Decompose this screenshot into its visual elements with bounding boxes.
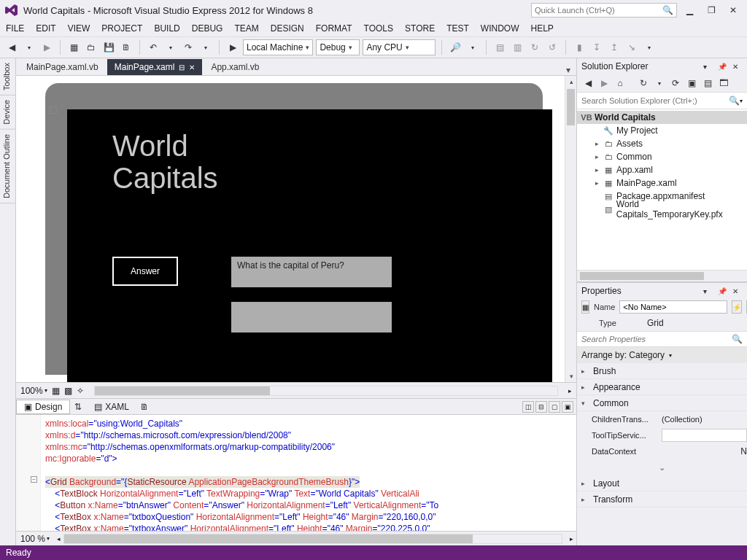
app-window-preview[interactable]: World Capitals Answer What is the capita… xyxy=(67,109,552,382)
solution-explorer-search[interactable]: 🔍▾ xyxy=(577,92,747,109)
expand-icon[interactable]: ▸ xyxy=(581,496,589,503)
play-icon[interactable]: ▶ xyxy=(225,39,240,55)
chevron-down-icon[interactable]: ▾ xyxy=(740,98,743,104)
expand-icon[interactable]: ▸ xyxy=(593,153,600,160)
zoom-combo[interactable]: 100%▾ xyxy=(20,386,47,396)
code-zoom-combo[interactable]: 100 % ▾ xyxy=(16,534,54,544)
props-search-input[interactable] xyxy=(581,335,732,343)
code-content[interactable]: xmlns:local="using:World_Capitals" xmlns… xyxy=(16,415,576,537)
properties-search[interactable]: 🔍 xyxy=(577,331,747,347)
pin-icon[interactable]: ⊟ xyxy=(179,63,185,71)
device-strip[interactable]: Device xyxy=(0,96,15,130)
find-icon[interactable]: 🔎 xyxy=(448,39,462,55)
close-button[interactable]: ✕ xyxy=(724,3,743,18)
undo-dd[interactable]: ▾ xyxy=(163,39,178,55)
menu-format[interactable]: FORMAT xyxy=(316,23,352,34)
designer-vscrollbar[interactable]: ▴ ▾ xyxy=(565,76,576,382)
scroll-down-icon[interactable]: ▾ xyxy=(565,370,577,382)
solution-tree[interactable]: VBWorld Capitals 🔧My Project ▸🗀Assets ▸🗀… xyxy=(577,109,747,270)
platform-combo[interactable]: Any CPU▾ xyxy=(363,39,436,55)
tabs-overflow-icon[interactable]: ▾ xyxy=(560,65,576,75)
arrange-by-row[interactable]: Arrange by: Category ▾ xyxy=(577,347,747,363)
design-tab[interactable]: ▣ Design xyxy=(16,400,70,414)
menu-design[interactable]: DESIGN xyxy=(271,23,304,34)
fwd-icon[interactable]: ▶ xyxy=(597,77,611,90)
menu-window[interactable]: WINDOW xyxy=(481,23,519,34)
split-horz-icon[interactable]: ⊟ xyxy=(535,401,547,413)
events-icon[interactable]: ⚡ xyxy=(732,300,742,314)
redo-dd[interactable]: ▾ xyxy=(198,39,213,55)
prop-input[interactable] xyxy=(662,429,747,442)
menu-view[interactable]: VIEW xyxy=(68,23,90,34)
tab-app-xaml-vb[interactable]: App.xaml.vb xyxy=(204,59,266,75)
quick-launch[interactable]: 🔍 xyxy=(531,3,677,18)
back-icon[interactable]: ◀ xyxy=(581,77,595,90)
menu-edit[interactable]: EDIT xyxy=(36,23,55,34)
tree-item-pfx[interactable]: ▧World Capitals_TemporaryKey.pfx xyxy=(577,203,747,216)
outdent-icon[interactable]: ↺ xyxy=(545,39,560,55)
menu-store[interactable]: STORE xyxy=(405,23,435,34)
xaml-tab[interactable]: ▤ XAML xyxy=(86,400,137,414)
show-all-icon[interactable]: ▣ xyxy=(685,77,698,90)
panel-menu-icon[interactable]: ▾ xyxy=(703,287,713,295)
nav-back-dd[interactable]: ▾ xyxy=(22,39,36,55)
stop-icon[interactable]: ↘ xyxy=(624,39,639,55)
undo-icon[interactable]: ↶ xyxy=(146,39,160,55)
question-textbox[interactable]: What is the capital of Peru? xyxy=(231,257,392,287)
tree-item-appxaml[interactable]: ▸▦App.xaml xyxy=(577,163,747,176)
expand-icon[interactable]: ▸ xyxy=(581,384,589,391)
nav-back-button[interactable]: ◀ xyxy=(4,39,19,55)
cat-brush[interactable]: ▸Brush xyxy=(577,363,747,379)
designer-hscrollbar[interactable] xyxy=(94,386,558,396)
grid-type-icon[interactable]: ▦ xyxy=(581,300,589,314)
scroll-thumb[interactable] xyxy=(95,386,270,395)
scroll-thumb[interactable] xyxy=(580,272,704,280)
expand-icon[interactable]: ▸ xyxy=(593,179,600,187)
menu-debug[interactable]: DEBUG xyxy=(192,23,223,34)
expand-icon[interactable]: ▸ xyxy=(581,480,589,487)
xaml-doc-icon[interactable]: 🗎 xyxy=(137,402,152,412)
minimize-button[interactable]: ▁ xyxy=(680,3,699,18)
panel-menu-icon[interactable]: ▾ xyxy=(703,63,713,71)
comment-icon[interactable]: ▤ xyxy=(492,39,507,55)
menu-build[interactable]: BUILD xyxy=(154,23,179,34)
redo-icon[interactable]: ↷ xyxy=(181,39,196,55)
tree-item-myproject[interactable]: 🔧My Project xyxy=(577,124,747,137)
expand-more-icon[interactable]: ⌄ xyxy=(577,459,747,475)
config-combo[interactable]: Debug▾ xyxy=(316,39,360,55)
nav-fwd-button[interactable]: ▶ xyxy=(39,39,54,55)
scroll-thumb[interactable] xyxy=(64,534,473,543)
overflow-icon[interactable]: ▾ xyxy=(642,39,657,55)
uncomment-icon[interactable]: ▥ xyxy=(510,39,525,55)
scroll-up-icon[interactable]: ▴ xyxy=(565,76,577,88)
fold-toggle-icon[interactable]: − xyxy=(31,476,37,483)
tree-item-common[interactable]: ▸🗀Common xyxy=(577,150,747,163)
design-canvas-viewport[interactable]: World Capitals Answer What is the capita… xyxy=(16,76,565,382)
cat-layout[interactable]: ▸Layout xyxy=(577,475,747,491)
scroll-right-icon[interactable]: ▸ xyxy=(567,535,576,542)
search-icon[interactable]: 🔍 xyxy=(729,96,740,106)
toolbox-strip[interactable]: Toolbox xyxy=(0,58,15,96)
document-outline-strip[interactable]: Document Outline xyxy=(0,130,15,203)
expand-icon[interactable]: ▸ xyxy=(593,140,600,147)
tab-mainpage-vb[interactable]: MainPage.xaml.vb xyxy=(19,59,106,75)
code-hscrollbar[interactable] xyxy=(63,534,562,544)
cat-appearance[interactable]: ▸Appearance xyxy=(577,379,747,395)
xaml-code-pane[interactable]: − xmlns:local="using:World_Capitals" xml… xyxy=(16,414,576,545)
scroll-left-icon[interactable]: ◂ xyxy=(54,535,63,542)
new-project-icon[interactable]: ▦ xyxy=(66,39,81,55)
step-over-icon[interactable]: ▮ xyxy=(572,39,587,55)
expand-icon[interactable]: ▸ xyxy=(581,368,589,375)
menu-team[interactable]: TEAM xyxy=(234,23,258,34)
scroll-right-icon[interactable]: ▸ xyxy=(568,387,572,394)
close-icon[interactable]: ✕ xyxy=(732,287,743,295)
tab-mainpage-xaml[interactable]: MainPage.xaml⊟✕ xyxy=(107,59,203,75)
swap-panes-icon[interactable]: ⇅ xyxy=(70,402,86,412)
cat-common[interactable]: ▾Common xyxy=(577,395,747,411)
answer-button[interactable]: Answer xyxy=(112,257,178,286)
refresh-icon[interactable]: ↻ xyxy=(637,77,650,90)
home-icon[interactable]: ⌂ xyxy=(614,77,627,90)
answer-textbox[interactable] xyxy=(231,302,392,332)
save-icon[interactable]: 💾 xyxy=(101,39,116,55)
search-icon[interactable]: 🔍 xyxy=(662,5,673,15)
